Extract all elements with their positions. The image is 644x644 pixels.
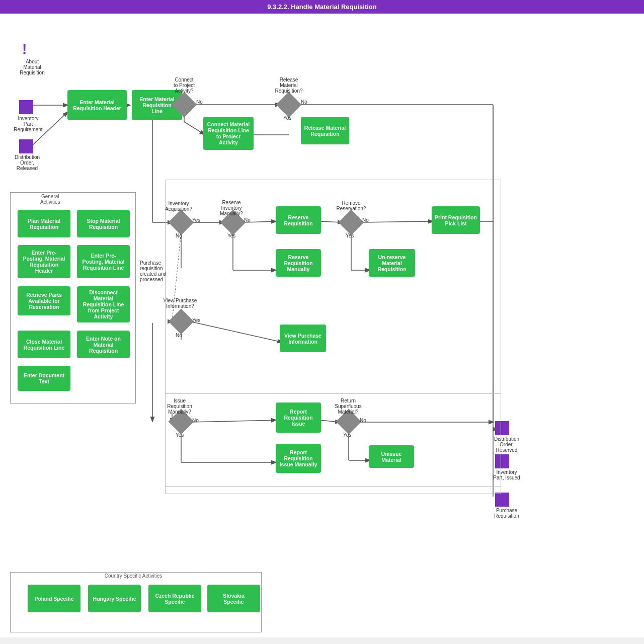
close-mr-line-box[interactable]: Close MaterialRequisition Line: [18, 331, 70, 358]
hungary-specific-box[interactable]: Hungary Specific: [88, 585, 141, 612]
czech-specific-box[interactable]: Czech RepublicSpecific: [148, 585, 201, 612]
general-activities-title: GeneralActivities: [40, 194, 60, 205]
enter-pre-post-header-box[interactable]: Enter Pre-Posting, MaterialRequisitionHe…: [18, 245, 70, 278]
purchase-req-icon: [495, 493, 509, 507]
purchase-req-label: PurchaseRequisition: [484, 508, 529, 519]
canvas: ! AboutMaterialRequisition InventoryPart…: [0, 14, 644, 637]
disconnect-mr-line-box[interactable]: DisconnectMaterialRequisition Linefrom P…: [77, 286, 130, 323]
yes-label-1: Yes: [283, 115, 291, 121]
release-mr-box[interactable]: Release MaterialRequisition: [301, 117, 349, 144]
about-mr-icon: !: [22, 41, 27, 57]
no-label-2: No: [301, 99, 307, 105]
dist-order-released-label: DistributionOrder,Released: [7, 154, 47, 171]
release-mr-q-label: ReleaseMaterialRequisition?: [269, 77, 309, 94]
connect-project-label: Connectto ProjectActivity?: [164, 77, 204, 94]
title-bar: 9.3.2.2. Handle Material Requisition: [0, 0, 644, 14]
connect-mr-line-box[interactable]: Connect MaterialRequisition Lineto Proje…: [203, 117, 254, 150]
title-text: 9.3.2.2. Handle Material Requisition: [267, 3, 376, 11]
inventory-part-req-label: InventoryPartRequirement: [8, 116, 48, 132]
slovakia-specific-box[interactable]: SlovakiaSpecific: [207, 585, 260, 612]
enter-doc-text-box[interactable]: Enter DocumentText: [18, 366, 70, 391]
retrieve-parts-box[interactable]: Retrieve PartsAvailable forReservation: [18, 286, 70, 315]
plan-mr-box[interactable]: Plan MaterialRequisition: [18, 210, 70, 237]
no-label-1: No: [196, 99, 203, 105]
poland-specific-box[interactable]: Poland Specific: [28, 585, 80, 612]
enter-mr-header-box[interactable]: Enter Material Requisition Header: [67, 90, 127, 120]
stop-mr-box[interactable]: Stop MaterialRequisition: [77, 210, 130, 237]
enter-pre-post-line-box[interactable]: Enter Pre-Posting, MaterialRequisition L…: [77, 245, 130, 278]
svg-line-6: [184, 122, 204, 134]
issue-flow-border: [165, 393, 501, 494]
inventory-part-req-icon: [19, 100, 33, 114]
enter-note-mr-box[interactable]: Enter Note onMaterialRequisition: [77, 331, 130, 358]
about-mr-label: AboutMaterialRequisition: [12, 59, 52, 75]
country-specific-title: Country Specific Activities: [83, 573, 184, 579]
dist-order-released-icon: [19, 139, 33, 153]
release-mr-diamond: [276, 92, 302, 118]
